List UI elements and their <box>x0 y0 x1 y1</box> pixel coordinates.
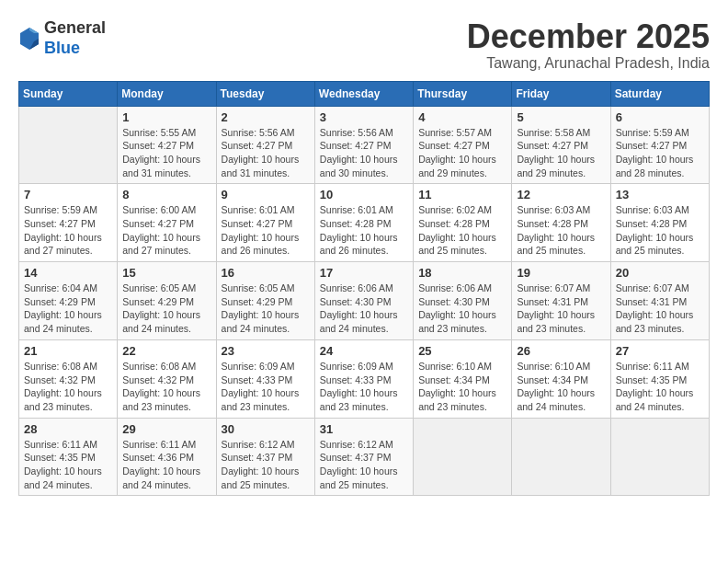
day-info: Sunrise: 6:12 AMSunset: 4:37 PMDaylight:… <box>222 438 310 492</box>
day-number: 19 <box>517 266 605 280</box>
calendar-header-tuesday: Tuesday <box>216 81 314 106</box>
day-number: 26 <box>517 344 605 358</box>
logo-text: General Blue <box>44 18 106 58</box>
calendar-cell: 25Sunrise: 6:10 AMSunset: 4:34 PMDayligh… <box>414 339 512 418</box>
logo-blue: Blue <box>44 39 80 57</box>
day-number: 1 <box>122 110 210 124</box>
day-info: Sunrise: 6:12 AMSunset: 4:37 PMDaylight:… <box>320 438 408 492</box>
calendar-cell <box>414 418 512 496</box>
calendar-cell: 31Sunrise: 6:12 AMSunset: 4:37 PMDayligh… <box>314 418 413 496</box>
calendar-cell: 8Sunrise: 6:00 AMSunset: 4:27 PMDaylight… <box>118 184 216 262</box>
day-info: Sunrise: 5:59 AMSunset: 4:27 PMDaylight:… <box>24 203 112 258</box>
day-number: 24 <box>320 344 408 358</box>
day-info: Sunrise: 6:11 AMSunset: 4:35 PMDaylight:… <box>616 360 704 414</box>
day-info: Sunrise: 6:07 AMSunset: 4:31 PMDaylight:… <box>616 282 704 336</box>
calendar-header-thursday: Thursday <box>414 81 512 106</box>
day-info: Sunrise: 6:09 AMSunset: 4:33 PMDaylight:… <box>320 360 408 414</box>
day-info: Sunrise: 6:07 AMSunset: 4:31 PMDaylight:… <box>517 282 605 336</box>
day-number: 12 <box>517 188 605 201</box>
calendar-cell: 10Sunrise: 6:01 AMSunset: 4:28 PMDayligh… <box>314 184 413 262</box>
calendar-cell: 11Sunrise: 6:02 AMSunset: 4:28 PMDayligh… <box>414 184 512 262</box>
day-number: 31 <box>320 422 408 436</box>
day-number: 3 <box>320 110 408 124</box>
page-header: General Blue December 2025 Tawang, Aruna… <box>18 18 710 72</box>
calendar-cell: 15Sunrise: 6:05 AMSunset: 4:29 PMDayligh… <box>118 262 216 340</box>
calendar-cell: 16Sunrise: 6:05 AMSunset: 4:29 PMDayligh… <box>216 262 314 340</box>
day-number: 17 <box>320 266 408 280</box>
calendar-cell: 9Sunrise: 6:01 AMSunset: 4:27 PMDaylight… <box>216 184 314 262</box>
day-number: 25 <box>418 344 506 358</box>
day-info: Sunrise: 6:00 AMSunset: 4:27 PMDaylight:… <box>122 203 210 258</box>
day-info: Sunrise: 6:10 AMSunset: 4:34 PMDaylight:… <box>517 360 605 414</box>
day-info: Sunrise: 6:05 AMSunset: 4:29 PMDaylight:… <box>122 282 210 336</box>
day-info: Sunrise: 6:11 AMSunset: 4:35 PMDaylight:… <box>24 438 112 492</box>
calendar-cell <box>19 106 118 184</box>
day-number: 18 <box>418 266 506 280</box>
calendar-cell: 5Sunrise: 5:58 AMSunset: 4:27 PMDaylight… <box>512 106 610 184</box>
calendar-cell: 26Sunrise: 6:10 AMSunset: 4:34 PMDayligh… <box>512 339 610 418</box>
day-info: Sunrise: 6:05 AMSunset: 4:29 PMDaylight:… <box>222 282 310 336</box>
title-area: December 2025 Tawang, Arunachal Pradesh,… <box>467 18 710 72</box>
calendar-cell <box>610 418 709 496</box>
day-info: Sunrise: 5:57 AMSunset: 4:27 PMDaylight:… <box>418 126 506 180</box>
calendar-cell: 27Sunrise: 6:11 AMSunset: 4:35 PMDayligh… <box>610 339 709 418</box>
calendar-header-saturday: Saturday <box>610 81 709 106</box>
calendar-cell: 3Sunrise: 5:56 AMSunset: 4:27 PMDaylight… <box>314 106 413 184</box>
day-info: Sunrise: 6:09 AMSunset: 4:33 PMDaylight:… <box>222 360 310 414</box>
day-number: 21 <box>24 344 112 358</box>
calendar-header-row: SundayMondayTuesdayWednesdayThursdayFrid… <box>19 81 710 106</box>
calendar-week-row: 1Sunrise: 5:55 AMSunset: 4:27 PMDaylight… <box>19 106 710 184</box>
day-info: Sunrise: 6:03 AMSunset: 4:28 PMDaylight:… <box>517 203 605 258</box>
logo: General Blue <box>18 18 106 58</box>
day-number: 5 <box>517 110 605 124</box>
calendar-cell: 22Sunrise: 6:08 AMSunset: 4:32 PMDayligh… <box>118 339 216 418</box>
calendar-cell: 29Sunrise: 6:11 AMSunset: 4:36 PMDayligh… <box>118 418 216 496</box>
calendar-week-row: 21Sunrise: 6:08 AMSunset: 4:32 PMDayligh… <box>19 339 710 418</box>
calendar-table: SundayMondayTuesdayWednesdayThursdayFrid… <box>18 81 710 497</box>
day-number: 16 <box>222 266 310 280</box>
svg-marker-0 <box>20 28 39 50</box>
logo-general: General <box>44 18 106 37</box>
day-info: Sunrise: 6:06 AMSunset: 4:30 PMDaylight:… <box>320 282 408 336</box>
day-number: 27 <box>616 344 704 358</box>
calendar-cell: 28Sunrise: 6:11 AMSunset: 4:35 PMDayligh… <box>19 418 118 496</box>
day-number: 6 <box>616 110 704 124</box>
calendar-cell: 19Sunrise: 6:07 AMSunset: 4:31 PMDayligh… <box>512 262 610 340</box>
day-number: 29 <box>122 422 210 436</box>
calendar-cell: 1Sunrise: 5:55 AMSunset: 4:27 PMDaylight… <box>118 106 216 184</box>
calendar-cell: 21Sunrise: 6:08 AMSunset: 4:32 PMDayligh… <box>19 339 118 418</box>
day-number: 20 <box>616 266 704 280</box>
calendar-cell: 24Sunrise: 6:09 AMSunset: 4:33 PMDayligh… <box>314 339 413 418</box>
calendar-cell <box>512 418 610 496</box>
day-number: 10 <box>320 188 408 201</box>
day-info: Sunrise: 6:02 AMSunset: 4:28 PMDaylight:… <box>418 203 506 258</box>
day-info: Sunrise: 5:56 AMSunset: 4:27 PMDaylight:… <box>222 126 310 180</box>
calendar-cell: 30Sunrise: 6:12 AMSunset: 4:37 PMDayligh… <box>216 418 314 496</box>
calendar-cell: 7Sunrise: 5:59 AMSunset: 4:27 PMDaylight… <box>19 184 118 262</box>
logo-icon <box>18 26 40 52</box>
day-number: 15 <box>122 266 210 280</box>
calendar-cell: 20Sunrise: 6:07 AMSunset: 4:31 PMDayligh… <box>610 262 709 340</box>
day-info: Sunrise: 5:55 AMSunset: 4:27 PMDaylight:… <box>122 126 210 180</box>
calendar-header-sunday: Sunday <box>19 81 118 106</box>
calendar-cell: 13Sunrise: 6:03 AMSunset: 4:28 PMDayligh… <box>610 184 709 262</box>
day-number: 13 <box>616 188 704 201</box>
day-info: Sunrise: 6:08 AMSunset: 4:32 PMDaylight:… <box>24 360 112 414</box>
calendar-cell: 18Sunrise: 6:06 AMSunset: 4:30 PMDayligh… <box>414 262 512 340</box>
day-number: 22 <box>122 344 210 358</box>
calendar-week-row: 7Sunrise: 5:59 AMSunset: 4:27 PMDaylight… <box>19 184 710 262</box>
day-number: 11 <box>418 188 506 201</box>
day-number: 4 <box>418 110 506 124</box>
month-title: December 2025 <box>467 18 710 55</box>
day-number: 30 <box>222 422 310 436</box>
day-number: 14 <box>24 266 112 280</box>
calendar-header-monday: Monday <box>118 81 216 106</box>
day-number: 8 <box>122 188 210 201</box>
day-number: 28 <box>24 422 112 436</box>
day-info: Sunrise: 6:10 AMSunset: 4:34 PMDaylight:… <box>418 360 506 414</box>
day-info: Sunrise: 6:01 AMSunset: 4:27 PMDaylight:… <box>222 203 310 258</box>
calendar-cell: 2Sunrise: 5:56 AMSunset: 4:27 PMDaylight… <box>216 106 314 184</box>
day-number: 9 <box>222 188 310 201</box>
location-title: Tawang, Arunachal Pradesh, India <box>467 55 710 72</box>
day-info: Sunrise: 6:03 AMSunset: 4:28 PMDaylight:… <box>616 203 704 258</box>
